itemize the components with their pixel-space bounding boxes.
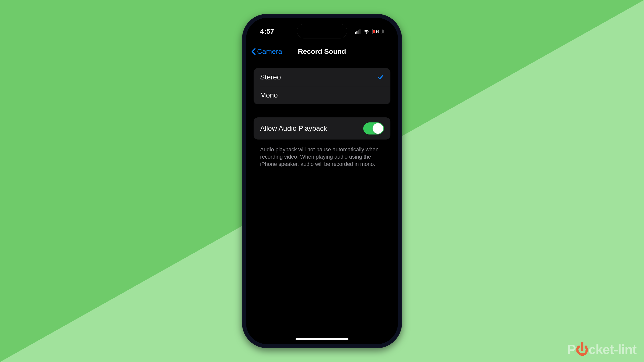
option-stereo-label: Stereo [260,73,281,81]
allow-audio-playback-toggle[interactable] [363,122,384,134]
option-stereo[interactable]: Stereo [254,68,390,86]
battery-percentage: 19 [376,30,379,33]
page-title: Record Sound [298,48,346,56]
wifi-icon [363,29,370,34]
playback-group: Allow Audio Playback [254,117,390,140]
playback-footer-text: Audio playback will not pause automatica… [254,143,390,168]
watermark-p: P [567,342,576,357]
dynamic-island [297,24,347,38]
option-mono[interactable]: Mono [254,86,390,104]
chevron-back-icon [251,48,256,55]
cellular-signal-icon [355,29,360,34]
allow-audio-playback-row[interactable]: Allow Audio Playback [254,117,390,140]
battery-icon: 19 [372,29,384,34]
allow-audio-playback-label: Allow Audio Playback [260,124,327,132]
phone-screen: 4:57 19 [246,18,398,344]
toggle-knob [373,123,383,134]
content-area: Stereo Mono Allow Audio Playback Audi [254,68,390,168]
navigation-bar: Camera Record Sound [246,42,398,61]
sound-mode-group: Stereo Mono [254,68,390,104]
watermark-rest: cket-lint [589,342,636,357]
watermark: P⏻cket-lint [567,342,636,357]
status-right: 19 [355,29,384,34]
back-button[interactable]: Camera [251,48,282,56]
option-mono-label: Mono [260,91,278,99]
power-icon: ⏻ [576,342,589,357]
home-indicator[interactable] [296,338,348,340]
phone-frame: 4:57 19 [242,14,402,348]
checkmark-icon [377,74,384,80]
back-label: Camera [257,48,282,56]
status-time: 4:57 [260,27,274,35]
